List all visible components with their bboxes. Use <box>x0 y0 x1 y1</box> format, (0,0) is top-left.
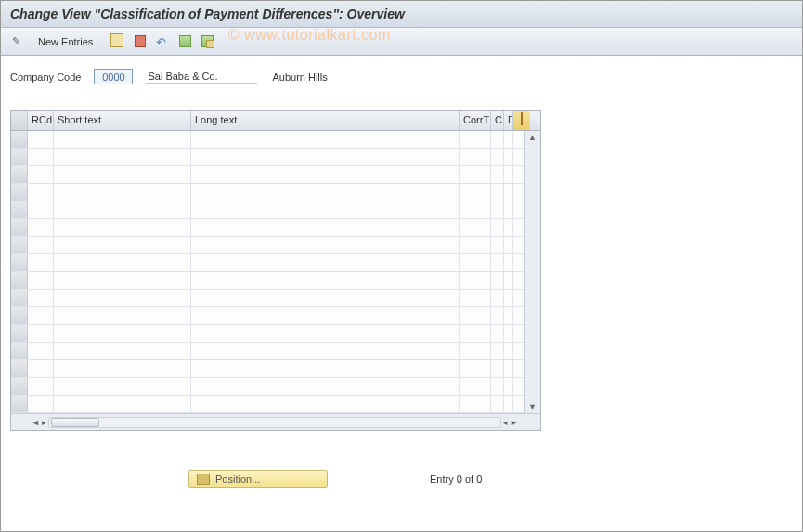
cell-lt[interactable] <box>191 272 460 289</box>
toggle-display-change-button[interactable]: ✎ <box>8 32 29 52</box>
grid-header-d[interactable]: D <box>504 111 513 130</box>
table-row[interactable] <box>11 343 524 360</box>
undo-button[interactable]: ↶ <box>152 32 173 52</box>
row-selector[interactable] <box>11 307 28 324</box>
grid-configure-button[interactable] <box>513 111 530 130</box>
cell-rcd[interactable] <box>28 131 54 148</box>
grid-horizontal-scrollbar[interactable]: ◄ ▸ ◂ ► <box>11 413 540 430</box>
cell-ct[interactable] <box>460 201 491 218</box>
delete-button[interactable] <box>130 32 150 52</box>
cell-d[interactable] <box>504 360 513 377</box>
cell-d[interactable] <box>504 184 513 201</box>
cell-ct[interactable] <box>460 378 491 395</box>
row-selector[interactable] <box>11 325 28 342</box>
company-code-input[interactable] <box>94 69 133 84</box>
cell-ct[interactable] <box>460 272 491 289</box>
cell-d[interactable] <box>504 290 513 306</box>
cell-rcd[interactable] <box>28 343 54 359</box>
cell-c[interactable] <box>491 396 504 412</box>
cell-ct[interactable] <box>460 237 491 253</box>
row-selector[interactable] <box>11 272 28 289</box>
row-selector[interactable] <box>11 149 28 165</box>
cell-st[interactable] <box>54 219 191 236</box>
cell-ct[interactable] <box>460 396 491 412</box>
cell-rcd[interactable] <box>28 201 54 218</box>
cell-c[interactable] <box>491 131 504 148</box>
scroll-up-icon[interactable]: ▲ <box>528 133 537 142</box>
cell-lt[interactable] <box>191 131 460 148</box>
cell-st[interactable] <box>54 360 191 377</box>
cell-rcd[interactable] <box>28 378 54 395</box>
cell-st[interactable] <box>54 166 191 183</box>
cell-rcd[interactable] <box>28 396 54 412</box>
cell-st[interactable] <box>54 378 191 395</box>
cell-rcd[interactable] <box>28 360 54 377</box>
cell-c[interactable] <box>491 378 504 395</box>
cell-lt[interactable] <box>191 360 460 377</box>
cell-st[interactable] <box>54 290 191 306</box>
cell-c[interactable] <box>491 343 504 359</box>
hscroll-track[interactable] <box>48 417 501 428</box>
cell-d[interactable] <box>504 325 513 342</box>
cell-d[interactable] <box>504 149 513 165</box>
position-button[interactable]: Position... <box>188 470 328 488</box>
cell-c[interactable] <box>491 307 504 324</box>
grid-header-c[interactable]: C <box>491 111 504 130</box>
scroll-right-end-icon[interactable]: ► <box>510 418 518 427</box>
row-selector[interactable] <box>11 201 28 218</box>
row-selector[interactable] <box>11 184 28 201</box>
cell-lt[interactable] <box>191 149 460 165</box>
table-row[interactable] <box>11 131 524 149</box>
cell-ct[interactable] <box>460 166 491 183</box>
cell-d[interactable] <box>504 219 513 236</box>
cell-c[interactable] <box>491 272 504 289</box>
cell-rcd[interactable] <box>28 254 54 271</box>
cell-c[interactable] <box>491 254 504 271</box>
table-row[interactable] <box>11 184 524 201</box>
cell-ct[interactable] <box>460 360 491 377</box>
cell-rcd[interactable] <box>28 272 54 289</box>
table-row[interactable] <box>11 219 524 237</box>
grid-header-long-text[interactable]: Long text <box>191 111 460 130</box>
table-row[interactable] <box>11 290 524 307</box>
cell-rcd[interactable] <box>28 307 54 324</box>
hscroll-thumb[interactable] <box>51 418 99 427</box>
cell-st[interactable] <box>54 272 191 289</box>
scroll-left-icon[interactable]: ▸ <box>42 418 46 427</box>
cell-c[interactable] <box>491 237 504 253</box>
cell-rcd[interactable] <box>28 290 54 306</box>
table-row[interactable] <box>11 396 524 413</box>
grid-vertical-scrollbar[interactable]: ▲ ▼ <box>524 131 540 413</box>
cell-d[interactable] <box>504 396 513 412</box>
row-selector[interactable] <box>11 237 28 253</box>
scroll-left-start-icon[interactable]: ◄ <box>32 418 40 427</box>
table-row[interactable] <box>11 149 524 166</box>
cell-c[interactable] <box>491 325 504 342</box>
table-row[interactable] <box>11 272 524 290</box>
cell-st[interactable] <box>54 254 191 271</box>
row-selector[interactable] <box>11 378 28 395</box>
cell-d[interactable] <box>504 131 513 148</box>
select-block-button[interactable] <box>197 32 217 52</box>
cell-lt[interactable] <box>191 396 460 412</box>
cell-c[interactable] <box>491 201 504 218</box>
cell-rcd[interactable] <box>28 219 54 236</box>
row-selector[interactable] <box>11 396 28 412</box>
cell-st[interactable] <box>54 184 191 201</box>
copy-as-button[interactable] <box>108 32 128 52</box>
grid-header-short-text[interactable]: Short text <box>54 111 191 130</box>
cell-st[interactable] <box>54 149 191 165</box>
select-all-button[interactable] <box>175 32 195 52</box>
cell-d[interactable] <box>504 237 513 253</box>
cell-lt[interactable] <box>191 378 460 395</box>
cell-d[interactable] <box>504 166 513 183</box>
grid-header-corrt[interactable]: CorrT <box>460 111 491 130</box>
cell-lt[interactable] <box>191 166 460 183</box>
cell-lt[interactable] <box>191 325 460 342</box>
cell-ct[interactable] <box>460 343 491 359</box>
cell-rcd[interactable] <box>28 166 54 183</box>
cell-d[interactable] <box>504 378 513 395</box>
table-row[interactable] <box>11 378 524 396</box>
cell-rcd[interactable] <box>28 184 54 201</box>
cell-lt[interactable] <box>191 343 460 359</box>
